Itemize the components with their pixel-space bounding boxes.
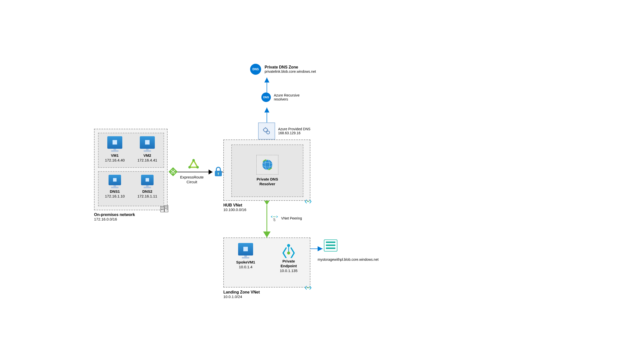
svg-rect-19 — [163, 209, 163, 210]
svg-point-41 — [274, 216, 275, 217]
private-endpoint-name: Private Endpoint — [280, 259, 298, 268]
svg-point-26 — [192, 159, 195, 162]
expressroute-label: ExpressRoute Circuit — [180, 175, 204, 184]
vm-icon — [107, 136, 122, 149]
azure-provided-dns-ip: 168.63.129.16 — [278, 131, 310, 135]
spoke-vm-name: SpokeVM1 — [236, 260, 255, 265]
svg-point-40 — [273, 216, 274, 217]
vnet-peering: VNet Peering — [270, 215, 302, 222]
storage-fqdn: mystoragewithpl.blob.core.windows.net — [318, 258, 379, 262]
vm1-ip: 172.16.4.40 — [105, 158, 125, 163]
recursive-resolvers: DNS Azure Recursive resolvers — [261, 92, 300, 102]
spoke-cidr: 10.0.1.0/24 — [223, 294, 260, 299]
onprem-title: On-premises network — [94, 212, 135, 217]
svg-point-45 — [287, 252, 290, 254]
hub-region: Private DNS Resolver — [223, 140, 310, 201]
recursive-resolvers-label: Azure Recursive resolvers — [274, 93, 300, 101]
dns2-name: DNS2 — [137, 189, 157, 194]
svg-point-27 — [196, 166, 199, 168]
vm-icon — [141, 175, 154, 185]
svg-rect-22 — [165, 208, 166, 209]
private-dns-resolver-label: Private DNS Resolver — [257, 177, 278, 186]
dns2: DNS2 172.16.1.11 — [137, 175, 157, 199]
svg-rect-16 — [161, 208, 162, 208]
vm1: VM1 172.16.4.40 — [105, 136, 125, 163]
azure-provided-dns: Azure Provided DNS 168.63.129.16 — [258, 122, 310, 140]
private-dns-zone: DNS Private DNS Zone privatelink.blob.co… — [250, 64, 316, 75]
private-endpoint-icon — [282, 243, 296, 258]
building-icon — [160, 205, 169, 212]
lock-icon — [214, 166, 223, 177]
hub-title: HUB VNet — [223, 203, 246, 208]
dns1: DNS1 172.16.1.10 — [105, 175, 125, 199]
dns1-ip: 172.16.1.10 — [105, 194, 125, 199]
svg-point-48 — [308, 287, 309, 288]
svg-point-9 — [267, 131, 270, 134]
vnet-peering-label: VNet Peering — [281, 216, 302, 220]
spoke-vm: SpokeVM1 10.0.1.4 — [236, 243, 255, 270]
svg-rect-31 — [218, 173, 219, 175]
vm2-ip: 172.16.4.41 — [137, 158, 157, 163]
vm-icon — [238, 243, 253, 256]
vm-icon — [109, 175, 121, 185]
storage — [324, 240, 337, 252]
peering-icon — [270, 215, 279, 222]
hub-cidr: 10.100.0.0/16 — [223, 208, 246, 212]
svg-rect-21 — [167, 206, 167, 207]
vnet-icon — [305, 199, 312, 204]
private-dns-zone-fqdn: privatelink.blob.core.windows.net — [265, 70, 316, 74]
spoke-vm-ip: 10.0.1.4 — [236, 265, 255, 270]
vnet-icon — [305, 285, 312, 290]
svg-point-39 — [308, 201, 309, 202]
gear-icon — [258, 122, 275, 140]
dns-icon: DNS — [250, 64, 261, 75]
dns2-ip: 172.16.1.11 — [137, 194, 157, 199]
svg-rect-15 — [165, 206, 168, 212]
svg-rect-20 — [165, 206, 166, 207]
vpn-gateway-icon — [168, 166, 179, 177]
vm-icon — [140, 136, 155, 149]
private-dns-zone-title: Private DNS Zone — [265, 65, 316, 70]
onprem-region: VM1 172.16.4.40 VM2 172.16.4.41 DNS1 172… — [94, 129, 168, 210]
private-endpoint-ip: 10.0.1.135 — [280, 268, 298, 273]
expressroute-icon — [188, 159, 200, 170]
azure-provided-dns-label: Azure Provided DNS — [278, 127, 310, 131]
svg-point-28 — [188, 166, 191, 168]
svg-point-43 — [287, 244, 290, 247]
vm2: VM2 172.16.4.41 — [137, 136, 157, 163]
vm2-name: VM2 — [137, 153, 157, 158]
svg-point-42 — [275, 216, 276, 217]
onprem-cidr: 172.16.0.0/16 — [94, 217, 135, 221]
svg-rect-17 — [163, 208, 163, 208]
svg-rect-23 — [167, 208, 167, 209]
storage-icon — [324, 240, 337, 252]
svg-rect-14 — [161, 206, 164, 212]
spoke-region: SpokeVM1 10.0.1.4 Private Endpoint 10.0.… — [223, 238, 310, 288]
svg-rect-18 — [161, 209, 162, 210]
private-endpoint: Private Endpoint 10.0.1.135 — [280, 243, 298, 273]
spoke-title: Landing Zone VNet — [223, 290, 260, 294]
vm1-name: VM1 — [105, 153, 125, 158]
private-dns-resolver-icon — [256, 155, 278, 174]
svg-point-8 — [264, 128, 267, 132]
dns1-name: DNS1 — [105, 189, 125, 194]
dns-icon: DNS — [261, 92, 271, 102]
